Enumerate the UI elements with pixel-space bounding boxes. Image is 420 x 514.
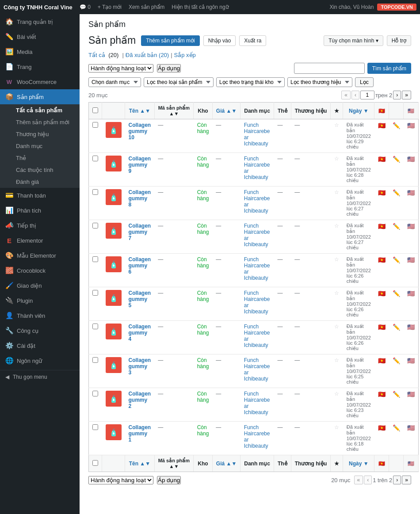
- submenu-all-products[interactable]: Tất cả sản phẩm: [0, 104, 80, 116]
- edit-icon-7[interactable]: ✏️: [393, 357, 400, 364]
- prev-page-btn-bottom[interactable]: ‹: [364, 476, 372, 484]
- th-date[interactable]: Ngày ▼: [343, 103, 374, 119]
- row-checkbox-2[interactable]: [92, 189, 98, 195]
- th-name[interactable]: Tên ▲▼: [125, 103, 155, 119]
- row-checkbox-5[interactable]: [92, 290, 98, 296]
- th-price[interactable]: Giá ▲▼: [212, 103, 240, 119]
- category-link[interactable]: Funch: [244, 324, 271, 330]
- edit-icon-9[interactable]: ✏️: [393, 424, 400, 431]
- product-name-link-8[interactable]: Collagen gummy 2: [129, 391, 151, 409]
- featured-star-4[interactable]: ☆: [334, 256, 339, 263]
- category-link[interactable]: Ichibeauty: [244, 241, 271, 247]
- filter-button[interactable]: Lọc: [355, 77, 374, 87]
- row-checkbox-0[interactable]: [92, 122, 98, 128]
- bulk-action-select-top[interactable]: Hành động hàng loạt: [88, 64, 153, 72]
- add-product-button[interactable]: Thêm sản phẩm mới: [141, 35, 199, 46]
- product-name-link-7[interactable]: Collagen gummy 3: [129, 357, 151, 376]
- search-button[interactable]: Tìm sản phẩm: [367, 63, 411, 74]
- product-name-link-9[interactable]: Collagen gummy 1: [129, 424, 151, 443]
- last-page-btn-top[interactable]: »: [402, 91, 411, 99]
- featured-star-3[interactable]: ☆: [334, 223, 339, 229]
- row-checkbox-8[interactable]: [92, 391, 98, 396]
- sidebar-item-analytics[interactable]: 📊 Phân tích: [0, 203, 80, 218]
- sidebar-item-elementor-templates[interactable]: 🎨 Mẫu Elementor: [0, 248, 80, 263]
- category-link[interactable]: Haircarebe ar: [244, 263, 271, 275]
- sidebar-item-products[interactable]: 📦 Sản phẩm: [0, 89, 80, 104]
- sidebar-item-users[interactable]: 👤 Thành viên: [0, 308, 80, 323]
- search-input[interactable]: [294, 63, 365, 74]
- category-link[interactable]: Funch: [244, 223, 271, 229]
- category-link[interactable]: Ichibeauty: [244, 443, 271, 449]
- sidebar-item-theme[interactable]: 🖌️ Giao diện: [0, 278, 80, 293]
- tf-name[interactable]: Tên ▲▼: [125, 455, 155, 472]
- submenu-brand[interactable]: Thương hiệu: [0, 128, 80, 140]
- brand-filter-select[interactable]: Lọc theo thương hiệu: [287, 77, 352, 87]
- category-link[interactable]: Haircarebe ar: [244, 397, 271, 409]
- row-checkbox-3[interactable]: [92, 223, 98, 228]
- category-link[interactable]: Funch: [244, 391, 271, 397]
- category-link[interactable]: Ichibeauty: [244, 174, 271, 180]
- screen-options-button[interactable]: Tùy chọn màn hình ▾: [324, 35, 383, 46]
- sidebar-item-settings[interactable]: ⚙️ Cài đặt: [0, 338, 80, 353]
- next-page-btn-bottom[interactable]: ›: [393, 476, 401, 484]
- category-link[interactable]: Ichibeauty: [244, 141, 271, 147]
- category-link[interactable]: Haircarebe ar: [244, 128, 271, 141]
- submenu-tag[interactable]: Thẻ: [0, 152, 80, 164]
- category-link[interactable]: Funch: [244, 357, 271, 363]
- edit-icon-3[interactable]: ✏️: [393, 223, 400, 230]
- select-all-footer-checkbox[interactable]: [92, 460, 98, 466]
- site-name[interactable]: Công ty TNHH Coral Vine: [4, 4, 73, 11]
- submenu-reviews[interactable]: Đánh giá: [0, 176, 80, 188]
- featured-star-7[interactable]: ☆: [334, 357, 339, 363]
- edit-icon-6[interactable]: ✏️: [393, 324, 400, 331]
- view-product-btn[interactable]: Xem sản phẩm: [129, 4, 164, 10]
- edit-icon-8[interactable]: ✏️: [393, 391, 400, 398]
- category-link[interactable]: Ichibeauty: [244, 376, 271, 382]
- product-type-filter-select[interactable]: Lọc theo loại sản phẩm: [144, 77, 214, 87]
- category-link[interactable]: Ichibeauty: [244, 308, 271, 315]
- next-page-btn-top[interactable]: ›: [393, 91, 401, 99]
- filter-all-link[interactable]: Tất cả (20): [88, 52, 120, 58]
- comment-icon[interactable]: 💬 0: [80, 4, 91, 10]
- category-link[interactable]: Haircarebe ar: [244, 430, 271, 443]
- edit-icon-4[interactable]: ✏️: [393, 256, 400, 263]
- category-link[interactable]: Funch: [244, 156, 271, 162]
- category-link[interactable]: Funch: [244, 290, 271, 296]
- help-button[interactable]: Hỗ trợ: [387, 35, 411, 46]
- featured-star-6[interactable]: ☆: [334, 324, 339, 330]
- product-name-link-0[interactable]: Collagen gummy 10: [129, 122, 151, 141]
- featured-star-0[interactable]: ☆: [334, 122, 339, 128]
- featured-star-1[interactable]: ☆: [334, 156, 339, 162]
- create-new-btn[interactable]: + Tạo mới: [98, 4, 122, 10]
- import-button[interactable]: Nhập vào: [203, 35, 236, 46]
- filter-sort-link[interactable]: Sắp xếp: [174, 52, 196, 58]
- category-link[interactable]: Haircarebe ar: [244, 363, 271, 376]
- tf-price[interactable]: Giá ▲▼: [212, 455, 240, 472]
- stock-filter-select[interactable]: Lọc theo trạng thái kho: [216, 77, 285, 87]
- category-link[interactable]: Funch: [244, 122, 271, 128]
- row-checkbox-9[interactable]: [92, 424, 98, 430]
- row-checkbox-4[interactable]: [92, 256, 98, 262]
- sidebar-item-payments[interactable]: 💳 Thanh toán: [0, 188, 80, 203]
- product-name-link-1[interactable]: Collagen gummy 9: [129, 156, 151, 174]
- prev-page-btn-top[interactable]: ‹: [351, 91, 359, 99]
- first-page-btn-bottom[interactable]: «: [354, 476, 363, 484]
- category-link[interactable]: Haircarebe ar: [244, 296, 271, 308]
- sidebar-item-language[interactable]: 🌐 Ngôn ngữ: [0, 353, 80, 368]
- category-link[interactable]: Haircarebe ar: [244, 195, 271, 208]
- tf-date[interactable]: Ngày ▼: [343, 455, 374, 472]
- submenu-add-product[interactable]: Thêm sản phẩm mới: [0, 116, 80, 128]
- last-page-btn-bottom[interactable]: »: [402, 476, 411, 484]
- bulk-action-select-bottom[interactable]: Hành động hàng loạt: [88, 476, 153, 484]
- edit-icon-2[interactable]: ✏️: [393, 189, 400, 196]
- row-checkbox-7[interactable]: [92, 357, 98, 363]
- show-all-languages-btn[interactable]: Hiện thị tất cả ngôn ngữ: [172, 4, 229, 10]
- select-all-checkbox[interactable]: [92, 107, 98, 113]
- submenu-attributes[interactable]: Các thuộc tính: [0, 164, 80, 176]
- category-link[interactable]: Ichibeauty: [244, 342, 271, 348]
- th-sku[interactable]: Mã sản phẩm▲▼: [154, 103, 193, 119]
- sidebar-item-tools[interactable]: 🔧 Công cụ: [0, 323, 80, 338]
- filter-published-link[interactable]: Đã xuất bản (20): [126, 52, 169, 58]
- sidebar-item-elementor[interactable]: E Elementor: [0, 233, 80, 248]
- category-link[interactable]: Ichibeauty: [244, 409, 271, 415]
